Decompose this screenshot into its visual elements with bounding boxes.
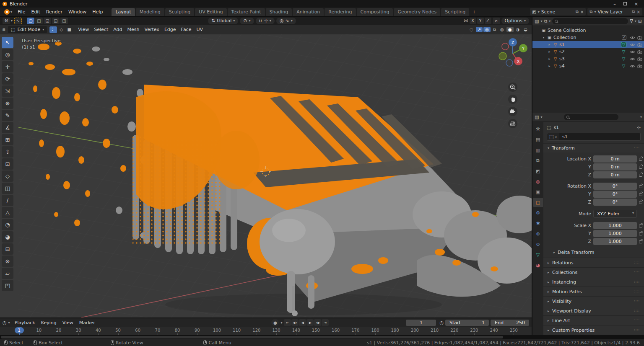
scrollbar-handle[interactable] bbox=[1, 336, 503, 338]
transform-orientation-dropdown[interactable]: ⇅ Global ▾ bbox=[208, 18, 238, 24]
hide-eye-icon[interactable] bbox=[630, 36, 635, 40]
auto-keying-button[interactable]: ● bbox=[271, 319, 279, 326]
workspace-tab[interactable]: Scripting bbox=[441, 8, 469, 16]
workspace-tab[interactable]: Sculpting bbox=[165, 8, 194, 16]
workspace-tab[interactable]: Shading bbox=[266, 8, 292, 16]
viewport-tool-button[interactable]: ◔ bbox=[2, 219, 13, 230]
topbar-menu[interactable]: File bbox=[15, 8, 28, 15]
lock-icon[interactable] bbox=[639, 172, 643, 178]
viewport-menu[interactable]: Vertex bbox=[142, 26, 162, 33]
workspace-tab[interactable]: Compositing bbox=[357, 8, 393, 16]
viewport-tool-button[interactable]: ∕ bbox=[2, 195, 13, 206]
viewport-header-icon[interactable]: ◌ bbox=[468, 27, 475, 32]
lock-icon[interactable] bbox=[639, 164, 643, 170]
restore-button[interactable] bbox=[623, 2, 627, 5]
options-dropdown[interactable]: Options ▾ bbox=[501, 18, 529, 24]
mirror-axis-button[interactable]: X bbox=[470, 18, 476, 24]
hide-eye-icon[interactable] bbox=[630, 43, 635, 47]
outliner-row[interactable]: ▾ ▣ Collection ✓ bbox=[532, 34, 644, 41]
topbar-menu[interactable]: Render bbox=[43, 8, 65, 15]
viewport-tool-button[interactable]: ⇧ bbox=[2, 146, 13, 158]
field-value[interactable]: 0 m▾ bbox=[593, 171, 637, 178]
outliner-row[interactable]: ▸ ▽ s1 ▽ ✓ bbox=[532, 41, 644, 48]
viewport-tool-button[interactable]: ▱ bbox=[2, 268, 13, 279]
field-value[interactable]: 0°▾ bbox=[593, 191, 637, 198]
timeline-editor-icon[interactable]: ◷ bbox=[3, 320, 7, 325]
panel-grip-icon[interactable]: ∷∷ bbox=[634, 318, 640, 323]
field-value[interactable]: 0 m▾ bbox=[593, 155, 637, 163]
viewport-menu[interactable]: Select bbox=[91, 26, 111, 33]
frame-start-field[interactable]: Start1 bbox=[445, 320, 489, 326]
lock-icon[interactable] bbox=[639, 199, 643, 205]
viewport-tool-button[interactable]: ◫ bbox=[2, 183, 13, 194]
viewport-tool-button[interactable]: ✎ bbox=[2, 110, 13, 121]
scene-selector[interactable]: ◩ ▾ Scene ⧉ × bbox=[530, 8, 586, 15]
topbar-menu[interactable]: Window bbox=[65, 8, 89, 15]
viewport-tool-button[interactable]: ⊛ bbox=[2, 256, 13, 267]
select-mode-button[interactable]: ◲ bbox=[52, 18, 60, 24]
field-value[interactable]: 0 m▾ bbox=[593, 163, 637, 170]
collapsed-panel-header[interactable]: ▸ Motion Paths ∷∷ bbox=[543, 287, 644, 296]
properties-tab[interactable]: ▣ bbox=[533, 187, 543, 196]
minimize-button[interactable]: – bbox=[613, 1, 616, 7]
playback-control-button[interactable]: ◀∙ bbox=[291, 319, 299, 326]
timeline-menu[interactable]: View bbox=[60, 319, 76, 326]
viewport-tool-button[interactable]: △ bbox=[2, 207, 13, 218]
viewport-menu[interactable]: UV bbox=[194, 26, 205, 33]
select-mode-button[interactable]: ◳ bbox=[60, 18, 68, 24]
viewport-tool-button[interactable]: ∡ bbox=[2, 122, 13, 133]
collapsed-panel-header[interactable]: ▸ Visibility ∷∷ bbox=[543, 296, 644, 306]
expand-toggle-icon[interactable]: ▸ bbox=[548, 50, 551, 54]
workspace-tab[interactable]: Texture Paint bbox=[228, 8, 265, 16]
viewport-tool-button[interactable]: ⊡ bbox=[2, 158, 13, 170]
properties-tab[interactable]: ▥ bbox=[533, 145, 543, 155]
properties-tab[interactable]: ⊚ bbox=[533, 229, 543, 238]
viewport-tool-button[interactable]: ◰ bbox=[2, 280, 13, 291]
navigation-gizmo[interactable]: Z Y X bbox=[497, 37, 528, 68]
panel-grip-icon[interactable]: ∷∷ bbox=[634, 146, 640, 150]
filter-icon[interactable]: ∇ bbox=[630, 18, 633, 24]
viewport-tool-button[interactable]: ⇲ bbox=[2, 85, 13, 97]
transform-panel-header[interactable]: ▾ Transform ∷∷ bbox=[543, 143, 644, 152]
select-mode-button[interactable]: ◱ bbox=[44, 18, 51, 24]
viewport-menu[interactable]: View bbox=[75, 26, 91, 33]
collection-checkbox[interactable]: ✓ bbox=[622, 35, 626, 40]
editor-type-icon[interactable]: ⧈ bbox=[3, 27, 5, 32]
viewport-menu[interactable]: Face bbox=[179, 26, 194, 33]
proportional-editing-dropdown[interactable]: ◎ ∿ ▾ bbox=[276, 18, 296, 24]
object-name-label[interactable]: s2 bbox=[559, 49, 620, 54]
outliner-row[interactable]: ▸ ▽ s3 ▽ ✓ bbox=[532, 55, 644, 62]
field-value[interactable]: 0°▾ bbox=[593, 199, 637, 206]
outliner-row[interactable]: ▸ ▽ s2 ▽ ✓ bbox=[532, 48, 644, 55]
collapsed-panel-header[interactable]: ▸ Viewport Display ∷∷ bbox=[543, 306, 644, 315]
lock-icon[interactable] bbox=[639, 239, 643, 245]
outliner-display-mode-icon[interactable]: ⧉ bbox=[544, 18, 547, 24]
active-tool-icon[interactable]: ⚒ bbox=[3, 18, 10, 24]
properties-tab[interactable]: ◕ bbox=[533, 261, 543, 270]
timeline-menu[interactable]: Keying bbox=[38, 319, 60, 326]
panel-grip-icon[interactable]: ∷∷ bbox=[634, 280, 640, 284]
mesh-select-mode-button[interactable]: ◇ bbox=[57, 26, 65, 33]
collapsed-panel-header[interactable]: ▸ Instancing ∷∷ bbox=[543, 277, 644, 287]
horizontal-scrollbar[interactable] bbox=[0, 335, 644, 339]
viewport-header-icon[interactable]: ◑ bbox=[514, 27, 522, 32]
field-value[interactable]: 1.000▾ bbox=[593, 230, 637, 237]
properties-tab[interactable]: ◩ bbox=[533, 166, 543, 176]
mirror-axis-button[interactable]: Z bbox=[485, 18, 491, 24]
workspace-tab[interactable]: Modeling bbox=[136, 8, 164, 16]
viewport-tool-button[interactable]: ✛ bbox=[2, 61, 13, 72]
object-name-label[interactable]: s1 bbox=[559, 42, 620, 47]
mirror-axis-button[interactable]: Y bbox=[477, 18, 484, 24]
hide-eye-icon[interactable] bbox=[630, 64, 635, 68]
hide-eye-icon[interactable] bbox=[630, 50, 635, 54]
panel-grip-icon[interactable]: ∷∷ bbox=[634, 270, 640, 274]
select-mode-button[interactable]: ▢ bbox=[27, 18, 34, 24]
pan-hand-button[interactable] bbox=[508, 95, 517, 104]
lock-icon[interactable] bbox=[639, 191, 643, 197]
playback-control-button[interactable]: ◀ bbox=[299, 319, 306, 326]
mesh-select-mode-button[interactable]: ⠅ bbox=[49, 26, 57, 33]
disable-render-camera-icon[interactable] bbox=[637, 36, 642, 40]
properties-options-icon[interactable]: ▾ bbox=[640, 115, 642, 119]
disable-render-camera-icon[interactable] bbox=[637, 50, 642, 54]
properties-tab[interactable]: ⚙ bbox=[533, 208, 543, 217]
